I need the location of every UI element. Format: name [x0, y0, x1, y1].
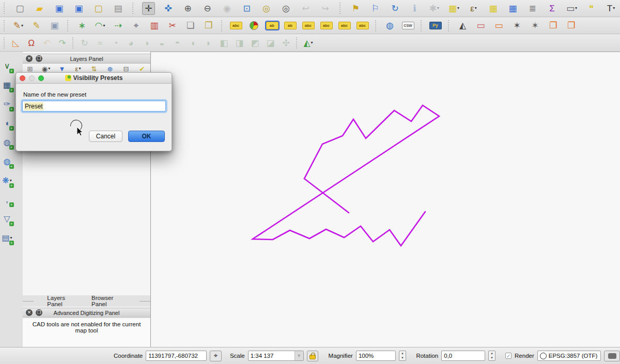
annotation-arrow-icon[interactable]: ◭ — [456, 19, 469, 32]
chevron-down-icon[interactable]: ▼ — [295, 351, 303, 360]
toolbar-handle — [132, 3, 134, 14]
add-wfs-layer-icon[interactable]: ❋▾+ — [1, 175, 13, 187]
add-postgis-layer-icon[interactable]: ◖+ — [1, 117, 13, 130]
zoom-full-icon[interactable]: ⊡ — [240, 2, 253, 15]
composer-manager-icon[interactable]: ▤ — [112, 2, 125, 15]
add-raster-layer-icon[interactable]: ▦+ — [1, 79, 13, 91]
paste-features-icon[interactable]: ❐ — [202, 19, 215, 32]
float-panel-icon[interactable]: ❐ — [36, 309, 42, 316]
highlight-pinned-labels-icon[interactable]: ab — [284, 19, 297, 32]
new-print-composer-icon[interactable]: ▢ — [92, 2, 105, 15]
select-features-icon[interactable]: ▦▾ — [447, 2, 460, 15]
pin-labels-icon[interactable]: ab — [266, 19, 278, 32]
auto-fields-add-icon[interactable]: ❐ — [565, 19, 578, 32]
attribute-table-icon[interactable]: ▦ — [506, 2, 519, 15]
python-console-icon[interactable]: Py — [429, 19, 442, 32]
magnifier-stepper[interactable]: ▲▼ — [399, 351, 406, 361]
add-feature-icon[interactable]: ∗ — [75, 19, 88, 32]
copy-features-icon[interactable]: ❏ — [184, 19, 197, 32]
add-spatialite-layer-icon[interactable]: ✑+ — [1, 98, 13, 110]
zoom-to-selection-icon[interactable]: ◎ — [280, 2, 292, 15]
map-tips-icon[interactable]: ❝ — [585, 2, 598, 15]
save-project-icon[interactable]: ▣ — [53, 2, 66, 15]
tab-layers-panel[interactable]: Layers Panel — [47, 295, 78, 307]
chevron-down-icon: ▾ — [475, 6, 477, 10]
new-shapefile-layer-icon[interactable]: ▽+ — [1, 213, 13, 225]
snapping-arrow-icon[interactable]: ◭▾ — [302, 37, 315, 50]
plus-badge-icon: + — [9, 107, 14, 112]
current-edits-icon[interactable]: ✎▾ — [12, 19, 25, 32]
topology-wand-icon[interactable]: ✶ — [510, 19, 523, 32]
merge-features-icon: ◩ — [249, 37, 261, 50]
close-icon[interactable]: ✕ — [26, 55, 33, 62]
statistical-summary-icon[interactable]: ≣ — [526, 2, 539, 15]
node-tool-icon[interactable]: ⌖ — [130, 19, 143, 32]
ok-button[interactable]: OK — [128, 131, 165, 142]
open-project-icon[interactable]: ▰ — [33, 2, 46, 15]
add-wms-layer-icon[interactable]: ◍+ — [1, 155, 13, 168]
zoom-out-icon[interactable]: ⊖ — [201, 2, 214, 15]
map-canvas[interactable] — [151, 52, 620, 347]
cad-tools-icon[interactable]: ◺ — [9, 37, 22, 50]
qgis-logo-icon — [65, 75, 71, 81]
rotate-label-icon[interactable]: abc — [338, 19, 351, 32]
add-oracle-layer-icon[interactable]: ◍+ — [1, 136, 13, 149]
save-layer-edits-icon[interactable]: ▣ — [48, 19, 61, 32]
reshape-features-icon: ◗ — [202, 37, 215, 50]
scale-combobox[interactable]: 1:34 137▼ — [248, 351, 304, 361]
mouse-position-toggle[interactable]: ⌖ — [210, 351, 222, 361]
scale-lock-button[interactable] — [307, 351, 318, 361]
rotation-input[interactable]: 0,0 — [441, 351, 485, 361]
cancel-button[interactable]: Cancel — [89, 131, 122, 142]
deselect-all-icon[interactable]: ▦ — [487, 2, 500, 15]
move-label-icon[interactable]: abc — [320, 19, 333, 32]
move-feature-icon[interactable]: ⇢ — [112, 19, 125, 32]
text-annotation-icon[interactable]: T▾ — [605, 2, 617, 15]
web-globe-icon[interactable]: ◍ — [383, 19, 396, 32]
close-icon[interactable]: ✕ — [26, 309, 33, 316]
add-virtual-layer-icon[interactable]: ▤▾+ — [1, 232, 13, 244]
pan-to-selection-icon[interactable]: ✜ — [162, 2, 175, 15]
new-bookmark-icon[interactable]: ⚑ — [349, 2, 362, 15]
auto-fields-icon[interactable]: ❐ — [547, 19, 560, 32]
measure-icon[interactable]: ▭▾ — [565, 2, 578, 15]
zoom-in-icon[interactable]: ⊕ — [181, 2, 194, 15]
redo-icon[interactable]: ↷ — [56, 37, 69, 50]
change-label-icon[interactable]: abc — [356, 19, 369, 32]
tab-browser-panel[interactable]: Browser Panel — [91, 295, 126, 307]
add-circular-string-icon[interactable]: ◠▾ — [94, 19, 106, 32]
preset-name-input[interactable]: Preset — [22, 101, 166, 112]
toolbar-handle — [375, 20, 377, 31]
toggle-editing-icon[interactable]: ✎ — [30, 19, 43, 32]
messages-button[interactable] — [604, 351, 620, 361]
dialog-titlebar[interactable]: Visibility Presets — [16, 73, 172, 84]
metasearch-csw-icon[interactable]: CSW — [401, 19, 414, 32]
magnifier-input[interactable]: 100% — [356, 351, 396, 361]
crs-status-button[interactable]: EPSG:3857 (OTF) — [537, 351, 601, 361]
snapping-options-icon[interactable]: Ω — [25, 37, 38, 50]
add-vector-layer-icon[interactable]: ∨+ — [1, 60, 13, 72]
toolbar-handle — [4, 3, 6, 14]
frame-annotation-icon[interactable]: ▭ — [492, 19, 505, 32]
float-panel-icon[interactable]: ❐ — [36, 55, 42, 62]
delete-selected-icon[interactable]: ▥ — [148, 19, 161, 32]
coordinate-input[interactable]: 11391797,-680732 — [146, 351, 207, 361]
cut-features-icon[interactable]: ✂ — [166, 19, 179, 32]
add-delimited-text-icon[interactable]: ,+ — [1, 194, 13, 206]
show-hidden-labels-icon[interactable]: abc — [302, 19, 315, 32]
new-project-icon[interactable]: ▢ — [13, 2, 26, 15]
pan-map-icon[interactable]: ✛ — [142, 2, 155, 15]
geometry-wand-icon[interactable]: ✶ — [529, 19, 541, 32]
select-by-expression-icon[interactable]: ε▾ — [467, 2, 480, 15]
show-bookmarks-icon[interactable]: ⚐ — [369, 2, 382, 15]
render-checkbox[interactable]: ✓ — [505, 353, 512, 359]
zoom-to-layer-icon[interactable]: ◎ — [260, 2, 273, 15]
diagram-options-icon[interactable] — [247, 19, 260, 32]
rectangle-annotation-icon[interactable]: ▭ — [474, 19, 487, 32]
labeling-icon[interactable]: abc — [229, 19, 242, 32]
rotation-stepper[interactable]: ▲▼ — [488, 351, 495, 361]
save-project-as-icon[interactable]: ▣ — [72, 2, 85, 15]
field-calculator-icon[interactable]: Σ — [546, 2, 559, 15]
refresh-map-icon[interactable]: ↻ — [389, 2, 401, 15]
map-render — [151, 52, 620, 347]
